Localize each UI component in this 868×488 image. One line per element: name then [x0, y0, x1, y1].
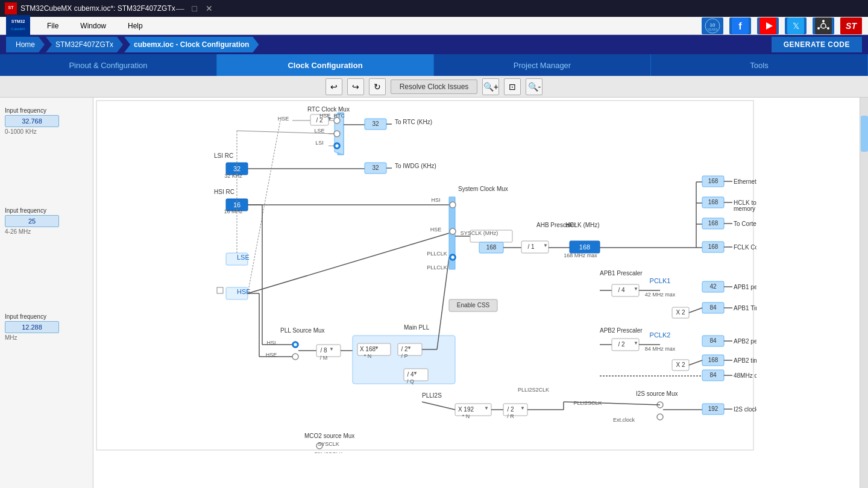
sys-hse-radio[interactable]	[450, 228, 456, 234]
ethernet-val: 168	[708, 178, 719, 184]
svg-text:▼: ▼	[634, 340, 638, 346]
ahb-out-label2: memory and DMA (MHz)	[734, 205, 756, 212]
rtc-hse-radio[interactable]	[334, 117, 340, 124]
vertical-scrollbar[interactable]	[860, 98, 868, 488]
window-menu[interactable]: Window	[75, 19, 111, 33]
sys-hsi-radio[interactable]	[450, 202, 456, 208]
svg-point-18	[817, 27, 820, 30]
tab-pinout[interactable]: Pinout & Configuration	[0, 54, 217, 76]
freq-input-2[interactable]	[5, 215, 59, 227]
apb2-timer-val: 168	[708, 357, 719, 363]
resolve-clock-button[interactable]: Resolve Clock Issues	[391, 80, 478, 94]
svg-text:▼: ▼	[484, 405, 489, 411]
svg-point-16	[822, 20, 825, 22]
fclk-label: FCLK Cortex clock (MHz)	[734, 244, 756, 251]
generate-code-button[interactable]: GENERATE CODE	[772, 37, 862, 52]
file-menu[interactable]: File	[42, 19, 63, 33]
help-menu[interactable]: Help	[123, 19, 148, 33]
hsi-sys-label: HSI	[431, 197, 440, 203]
zoom-in-button[interactable]: 🔍+	[482, 78, 499, 95]
window-controls[interactable]: — □ ✕	[175, 4, 214, 13]
svg-text:YEARS: YEARS	[708, 28, 719, 31]
zoom-out-button[interactable]: 🔍-	[526, 78, 542, 95]
apb2-peri-val: 84	[709, 337, 717, 344]
fclk-val: 168	[708, 243, 719, 250]
freq-input-1[interactable]	[5, 115, 59, 127]
apb2-label: APB2 Prescaler	[600, 327, 643, 334]
iwdg-div-val: 32	[372, 164, 379, 171]
freq-input-3[interactable]	[5, 321, 59, 333]
fit-button[interactable]: ⊡	[504, 78, 521, 95]
left-panel: Input frequency 0-1000 KHz Input frequen…	[0, 98, 93, 488]
facebook-icon[interactable]: f	[729, 17, 751, 34]
apb1-peri-label: APB1 peripheral clocks (MHz)	[734, 284, 756, 290]
apb2-div[interactable]: / 2	[618, 341, 625, 348]
tab-tools[interactable]: Tools	[651, 54, 868, 76]
breadcrumb-device[interactable]: STM32F407ZGTx	[46, 37, 123, 52]
p-label: / P	[401, 353, 407, 359]
plli2s-mco-label: PLLI2SCLK	[314, 451, 342, 453]
freq-label-1: Input frequency	[5, 107, 88, 114]
div-m-val: / 8	[320, 347, 327, 354]
breadcrumb-current[interactable]: cubemx.ioc - Clock Configuration	[124, 37, 259, 52]
i2s-div-r-val: / 2	[507, 406, 514, 413]
freq-label-2: Input frequency	[5, 207, 88, 214]
hse-sys-label: HSE	[430, 227, 442, 233]
apb1-timer-val: 84	[709, 304, 717, 311]
ahb-div[interactable]: / 1	[527, 243, 535, 250]
lse-rtc-label: LSE	[314, 128, 324, 134]
minimize-button[interactable]: —	[175, 4, 185, 13]
apb1-div[interactable]: / 4	[618, 287, 625, 293]
to-iwdg-label: To IWDG (KHz)	[395, 163, 436, 169]
tab-clock[interactable]: Clock Configuration	[217, 54, 434, 76]
hse-pll-radio[interactable]	[292, 354, 298, 360]
maximize-button[interactable]: □	[190, 4, 200, 13]
freq-range-3: MHz	[5, 334, 88, 341]
lsi-khz: 32 KHz	[224, 173, 242, 179]
cortex-label: To Cortex System timer (MHz)	[734, 221, 756, 227]
tab-project[interactable]: Project Manager	[434, 54, 651, 76]
i2s-out-val: 192	[708, 405, 719, 412]
svg-text:▼: ▼	[413, 371, 418, 376]
breadcrumb-home[interactable]: Home	[6, 37, 45, 52]
rtc-lse-radio[interactable]	[334, 131, 340, 137]
plli2sclk-label: PLLI2S2CLK	[518, 387, 549, 393]
twitter-icon[interactable]: 𝕏	[785, 17, 807, 34]
hclk-max: 168 MHz max	[564, 252, 597, 258]
svg-rect-50	[217, 287, 223, 293]
refresh-button[interactable]: ↻	[369, 78, 386, 95]
apb1-timer-label: APB1 Timer clocks (MHz)	[734, 305, 756, 311]
lsi-rtc-label: LSI	[315, 140, 324, 146]
pll-src-mux-label: PLL Source Mux	[280, 327, 325, 334]
hse-rtc-text: HSE_RTC	[319, 113, 345, 119]
i2s-radio-2[interactable]	[657, 414, 663, 420]
m-label: / M	[320, 355, 328, 361]
header-icons: 10 YEARS f 𝕏 ST	[702, 17, 862, 34]
48mhz-val: 84	[709, 372, 717, 378]
svg-text:STM32: STM32	[11, 19, 25, 23]
svg-text:▼: ▼	[407, 345, 412, 351]
youtube-icon[interactable]	[757, 17, 779, 34]
hsi-rc-label: HSI RC	[214, 189, 234, 195]
lse-block-val: LSE	[237, 254, 250, 261]
hclk-label: HCLK (MHz)	[565, 222, 600, 228]
svg-text:▼: ▼	[520, 405, 525, 411]
redo-button[interactable]: ↪	[347, 78, 364, 95]
svg-text:𝕏: 𝕏	[793, 21, 799, 31]
n-label: * N	[364, 353, 372, 359]
apb1-label: APB1 Prescaler	[600, 270, 643, 277]
enable-css-btn[interactable]: Enable CSS	[457, 302, 490, 308]
clock-diagram: RTC Clock Mux HSE / 2 ▼ HSE_RTC LSE LSI	[93, 98, 756, 453]
undo-button[interactable]: ↩	[326, 78, 342, 95]
network-icon[interactable]	[813, 17, 834, 34]
hclk-val: 168	[579, 243, 590, 251]
svg-text:▼: ▼	[543, 243, 548, 248]
sysclk-val: 168	[486, 244, 497, 251]
pclk2-label: PCLK2	[650, 331, 671, 339]
hsi-mhz: 16 MHz	[224, 208, 243, 214]
st-logo-icon[interactable]: ST	[840, 17, 862, 34]
toolbar: ↩ ↪ ↻ Resolve Clock Issues 🔍+ ⊡ 🔍-	[0, 76, 868, 98]
svg-text:ST: ST	[846, 21, 857, 31]
close-button[interactable]: ✕	[204, 4, 214, 13]
i2s-mux-label: I2S source Mux	[636, 390, 678, 397]
